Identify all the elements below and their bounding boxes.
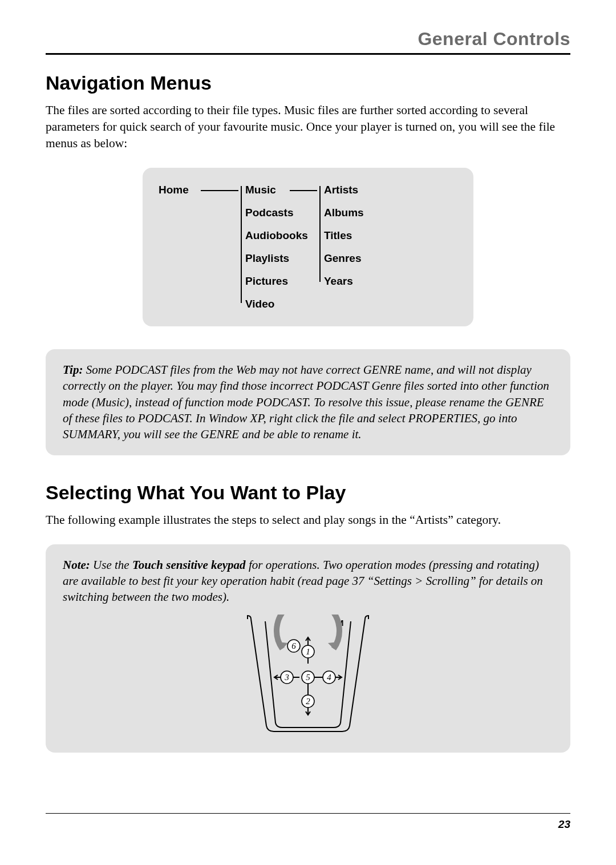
keypad-num-5: 5 — [306, 673, 310, 682]
svg-line-1 — [350, 619, 365, 726]
tip-label: Tip: — [63, 363, 83, 377]
section2-heading: Selecting What You Want to Play — [46, 482, 570, 504]
menu-l2-albums: Albums — [324, 207, 400, 219]
tip-callout: Tip: Some PODCAST files from the Web may… — [46, 349, 570, 455]
menu-l2-titles: Titles — [324, 229, 400, 242]
note-callout: Note: Use the Touch sensitive keypad for… — [46, 544, 570, 753]
keypad-num-1: 1 — [306, 647, 310, 656]
menu-l2-genres: Genres — [324, 252, 400, 265]
note-label: Note: — [63, 558, 90, 572]
keypad-num-3: 3 — [284, 673, 289, 682]
section2-paragraph: The following example illustrates the st… — [46, 512, 570, 528]
keypad-num-6: 6 — [291, 641, 296, 650]
tip-text: Some PODCAST files from the Web may not … — [63, 363, 549, 441]
page-number: 23 — [558, 818, 570, 830]
svg-line-3 — [265, 621, 275, 723]
chapter-title: General Controls — [46, 29, 570, 55]
section1-heading: Navigation Menus — [46, 72, 570, 94]
menu-root: Home — [159, 184, 198, 196]
note-text-pre: Use the — [90, 558, 132, 572]
keypad-num-4: 4 — [327, 673, 331, 682]
svg-line-0 — [251, 619, 266, 726]
menu-l2-artists: Artists — [324, 184, 400, 196]
keypad-num-2: 2 — [306, 697, 310, 706]
keypad-diagram: M 6 1 3 — [63, 615, 553, 740]
svg-line-4 — [341, 621, 351, 723]
note-text-bold: Touch sensitive keypad — [132, 558, 246, 572]
menu-l2-years: Years — [324, 275, 400, 288]
section1-paragraph: The files are sorted according to their … — [46, 102, 570, 152]
navigation-menu-diagram: Home Music Podcasts Audiobooks Playlists… — [143, 168, 473, 326]
page-footer: 23 — [46, 813, 570, 831]
